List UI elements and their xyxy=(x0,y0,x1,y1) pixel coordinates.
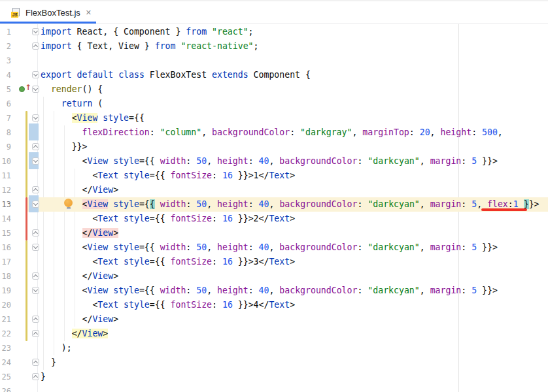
fold-collapse-icon[interactable] xyxy=(32,71,39,78)
code-token: 16 xyxy=(222,257,233,267)
code-line-14[interactable]: 14 <Text style={{ fontSize: 16 }}>2</Tex… xyxy=(0,212,548,226)
code-editor[interactable]: 1import React, { Component } from "react… xyxy=(0,24,548,392)
code-line-9[interactable]: 9 }}> xyxy=(0,140,548,154)
code-text: }}> xyxy=(41,140,87,154)
fold-expand-icon[interactable] xyxy=(32,373,39,380)
code-token: , xyxy=(269,242,279,252)
code-token: import xyxy=(41,41,72,51)
fold-expand-icon[interactable] xyxy=(32,143,39,150)
code-line-25[interactable]: 25} xyxy=(0,370,548,384)
code-token: margin xyxy=(430,242,462,252)
code-token: style xyxy=(113,286,139,295)
code-token: }}>3</ xyxy=(233,257,269,267)
line-number: 15 xyxy=(0,226,11,240)
code-token: > xyxy=(113,185,118,195)
code-line-8[interactable]: 8 flexDirection: "column", backgroundCol… xyxy=(0,125,548,140)
code-token: }}> xyxy=(477,156,498,166)
code-line-12[interactable]: 12 </View> xyxy=(0,183,548,197)
code-line-23[interactable]: 23 ); xyxy=(0,341,548,355)
tab-flexboxtest[interactable]: JS FlexBoxTest.js ✕ xyxy=(0,1,96,24)
code-token: 5 xyxy=(471,199,477,209)
code-line-21[interactable]: 21 </View> xyxy=(0,312,548,327)
code-token: : xyxy=(461,156,471,166)
fold-collapse-icon[interactable] xyxy=(32,28,39,35)
code-token: , xyxy=(207,156,217,166)
code-token: "darkgray" xyxy=(300,127,352,137)
code-line-4[interactable]: 4export default class FlexBoxTest extend… xyxy=(0,68,548,82)
fold-collapse-icon[interactable] xyxy=(32,114,39,122)
code-token: style xyxy=(113,156,139,166)
code-token: 5 xyxy=(471,242,477,252)
override-method-icon[interactable]: ↑ xyxy=(19,85,31,94)
intention-bulb-icon[interactable] xyxy=(64,199,73,210)
line-number: 14 xyxy=(0,212,11,226)
code-token: : xyxy=(186,242,196,252)
code-line-11[interactable]: 11 <Text style={{ fontSize: 16 }}>1</Tex… xyxy=(0,169,548,183)
fold-collapse-icon[interactable] xyxy=(32,201,39,208)
code-token: ={{ xyxy=(139,286,160,295)
code-token: > xyxy=(113,228,118,238)
code-token: : xyxy=(186,156,196,166)
code-token: return xyxy=(61,99,93,108)
fold-collapse-icon[interactable] xyxy=(32,86,39,93)
code-token xyxy=(41,199,82,209)
code-line-18[interactable]: 18 </View> xyxy=(0,269,548,284)
code-line-22[interactable]: 22 </View> xyxy=(0,327,548,341)
code-line-1[interactable]: 1import React, { Component } from "react… xyxy=(0,25,548,39)
fold-expand-icon[interactable] xyxy=(32,330,39,337)
code-token: Text xyxy=(269,171,290,180)
code-line-3[interactable]: 3 xyxy=(0,54,548,68)
code-token: "column" xyxy=(160,127,202,137)
code-token: </ xyxy=(41,314,92,324)
code-token: Text xyxy=(269,257,290,267)
code-line-7[interactable]: 7 <View style={{ xyxy=(0,111,548,125)
fold-collapse-icon[interactable] xyxy=(32,157,39,165)
code-line-10[interactable]: 10 <View style={{ width: 50, height: 40,… xyxy=(0,154,548,169)
line-number: 12 xyxy=(0,183,11,197)
code-token: } xyxy=(41,357,56,367)
code-line-20[interactable]: 20 <Text style={{ fontSize: 16 }}>4</Tex… xyxy=(0,298,548,312)
code-line-13[interactable]: 13 <View style={{ width: 50, height: 40,… xyxy=(0,197,548,212)
code-token: height xyxy=(440,127,471,137)
code-token: } xyxy=(524,199,529,209)
code-token: ={{ xyxy=(129,113,145,123)
code-line-24[interactable]: 24 } xyxy=(0,355,548,370)
code-token xyxy=(207,27,212,37)
code-token xyxy=(41,127,82,137)
fold-expand-icon[interactable] xyxy=(32,359,39,366)
code-token: style xyxy=(124,257,150,267)
code-token: , xyxy=(207,286,217,295)
fold-expand-icon[interactable] xyxy=(32,186,39,193)
code-line-5[interactable]: 5↑ render() { xyxy=(0,82,548,97)
code-token: backgroundColor xyxy=(279,286,357,295)
code-token: 50 xyxy=(196,199,207,209)
code-line-2[interactable]: 2import { Text, View } from "react-nativ… xyxy=(0,39,548,54)
fold-expand-icon[interactable] xyxy=(32,316,39,323)
code-token: class xyxy=(118,70,145,80)
tab-close-icon[interactable]: ✕ xyxy=(86,9,92,16)
fold-expand-icon[interactable] xyxy=(32,229,39,237)
code-token: margin xyxy=(430,199,462,209)
code-line-19[interactable]: 19 <View style={{ width: 50, height: 40,… xyxy=(0,284,548,298)
code-token: React, { Component } xyxy=(72,27,186,37)
code-line-15[interactable]: 15 </View> xyxy=(0,226,548,240)
line-number: 16 xyxy=(0,240,11,255)
fold-collapse-icon[interactable] xyxy=(32,244,39,251)
fold-expand-icon[interactable] xyxy=(32,272,39,280)
code-token xyxy=(108,286,113,295)
code-token: : xyxy=(248,199,259,209)
code-token: style xyxy=(113,242,139,252)
code-line-16[interactable]: 16 <View style={{ width: 50, height: 40,… xyxy=(0,240,548,255)
code-text: </View> xyxy=(41,226,118,240)
code-token: View xyxy=(92,228,113,238)
code-line-26[interactable]: 26 xyxy=(0,384,548,392)
code-token: style xyxy=(103,113,129,123)
code-line-6[interactable]: 6 return ( xyxy=(0,97,548,111)
code-token: : xyxy=(212,257,222,267)
code-token: View xyxy=(82,329,103,338)
code-text: <Text style={{ fontSize: 16 }}>1</Text> xyxy=(41,169,295,183)
code-line-17[interactable]: 17 <Text style={{ fontSize: 16 }}>3</Tex… xyxy=(0,255,548,269)
fold-expand-icon[interactable] xyxy=(32,42,39,50)
line-number: 5 xyxy=(0,82,11,97)
fold-collapse-icon[interactable] xyxy=(32,287,39,294)
